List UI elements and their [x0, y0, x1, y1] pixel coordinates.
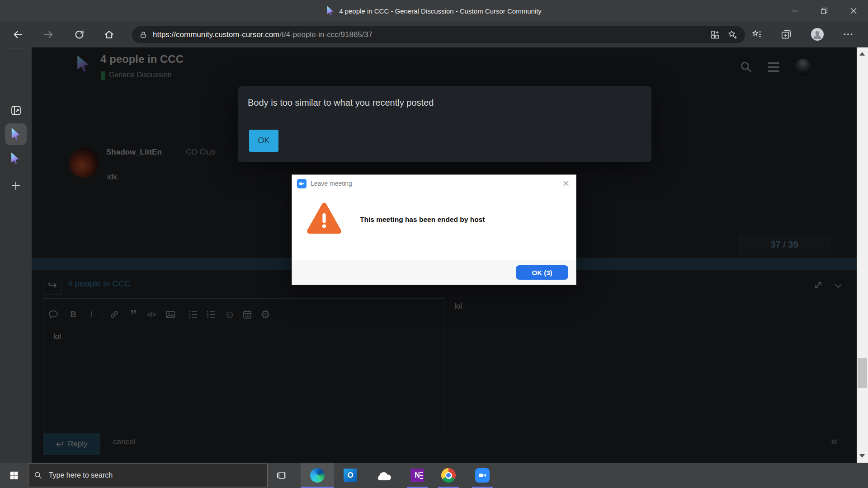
sidebar-divider [5, 126, 26, 126]
start-button[interactable] [0, 463, 28, 488]
reload-icon[interactable] [74, 29, 85, 40]
scrollbar-thumb[interactable] [858, 358, 867, 388]
taskbar-edge-button[interactable] [301, 463, 334, 488]
forward-icon[interactable] [43, 29, 54, 40]
taskbar-onedrive-button[interactable] [367, 463, 401, 488]
add-favorite-star-icon[interactable] [727, 29, 738, 40]
close-button[interactable] [839, 0, 868, 22]
onenote-icon: N [410, 469, 424, 482]
taskbar-chrome-button[interactable] [432, 463, 465, 488]
search-input[interactable] [48, 471, 262, 480]
tab-active-custom-cursor[interactable] [5, 123, 27, 145]
warning-triangle-icon [306, 202, 342, 235]
apps-grid-icon[interactable] [710, 29, 721, 40]
minimize-button[interactable] [780, 0, 809, 22]
taskbar-outlook-button[interactable]: O [334, 463, 367, 488]
back-icon[interactable] [12, 29, 24, 40]
page-scrollbar[interactable] [857, 47, 868, 463]
onenote-letter: N [415, 471, 420, 479]
task-view-icon[interactable] [270, 463, 293, 488]
zoom-icon [475, 468, 490, 483]
zoom-camera-icon [297, 179, 307, 188]
home-icon[interactable] [104, 29, 115, 40]
vertical-tabs-sidebar [0, 47, 32, 463]
tab-favicon-cursor-icon [11, 128, 21, 141]
url-text: https://community.custom-cursor.com/t/4-… [153, 30, 703, 39]
zoom-dialog-message: This meeting has been ended by host [360, 216, 485, 224]
onedrive-cloud-icon [375, 469, 392, 481]
search-icon [34, 471, 42, 480]
dialog-message: Body is too similar to what you recently… [238, 86, 651, 119]
edge-icon [310, 468, 325, 483]
onenote-lines [420, 472, 423, 479]
tab-actions-icon[interactable] [10, 105, 22, 116]
chrome-icon [441, 468, 456, 483]
scrollbar-up-arrow[interactable] [859, 52, 865, 56]
zoom-leave-meeting-dialog: Leave meeting This meeting has been ende… [292, 174, 576, 285]
taskbar-zoom-button[interactable] [466, 463, 499, 488]
zoom-dialog-title: Leave meeting [311, 180, 352, 187]
scrollbar-down-arrow[interactable] [859, 454, 865, 458]
zoom-dialog-titlebar: Leave meeting [292, 175, 576, 192]
windows-taskbar: O N [0, 463, 868, 488]
zoom-dialog-footer: OK (3) [292, 260, 576, 285]
collections-icon[interactable] [780, 28, 792, 40]
favorites-icon[interactable] [751, 28, 763, 40]
restore-button[interactable] [809, 0, 839, 22]
lock-icon [139, 31, 147, 39]
window-title: 4 people in CCC - General Discussion - C… [339, 7, 542, 15]
outlook-letter: O [347, 471, 353, 480]
zoom-ok-button[interactable]: OK (3) [516, 265, 568, 280]
taskbar-onenote-button[interactable]: N [401, 463, 434, 488]
discourse-alert-dialog: Body is too similar to what you recently… [238, 86, 651, 162]
tab-inactive-custom-cursor[interactable] [10, 152, 20, 164]
zoom-close-icon[interactable] [562, 180, 570, 187]
outlook-icon: O [344, 469, 357, 482]
taskbar-search-box[interactable] [28, 464, 268, 487]
new-tab-plus-icon[interactable] [9, 179, 23, 192]
browser-titlebar: 4 people in CCC - General Discussion - C… [0, 0, 868, 22]
windows-logo-icon [9, 470, 19, 480]
site-favicon-cursor-icon [326, 6, 334, 16]
profile-avatar-icon[interactable] [811, 28, 824, 41]
address-bar[interactable]: https://community.custom-cursor.com/t/4-… [132, 26, 745, 43]
dialog-ok-button[interactable]: OK [249, 130, 278, 152]
settings-ellipsis-icon[interactable] [842, 28, 854, 40]
sidebar-divider [5, 48, 26, 48]
